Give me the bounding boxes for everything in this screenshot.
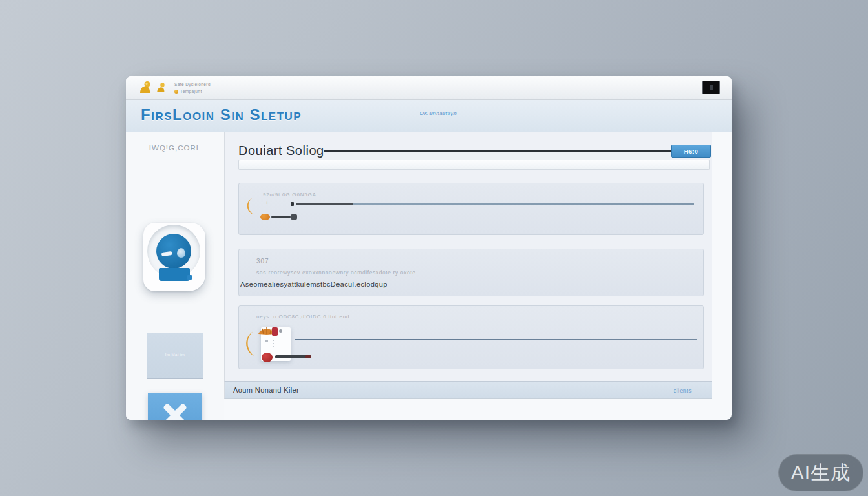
- orange-dot-icon: [174, 90, 178, 94]
- status-text: Aoum Nonand Kiler: [233, 386, 299, 394]
- cross-tile-button[interactable]: [148, 393, 202, 420]
- setup-panel-2: 307 sos-reorewysev exoxxnnnoewnry ocmdif…: [238, 249, 704, 296]
- progress-filled: [296, 203, 353, 205]
- footer-bar: Aoum Nonand Kiler clients: [224, 381, 712, 399]
- tick-mark: [265, 340, 268, 342]
- crescent-icon: [244, 331, 256, 356]
- crescent-icon: [245, 197, 255, 215]
- section-title: Douiart Soliog: [238, 143, 324, 158]
- panel2-overlay-text: AseomealiesyattkulemstbcDeacul.eclodqup: [240, 280, 388, 288]
- thumbnail-label: Im Mai im: [147, 353, 203, 356]
- main-content: Douiart Soliog H6:0 92u/9t:0G:G6N5GA + 3…: [224, 132, 712, 381]
- sidebar: IWQ!G,CORL Im Mai im: [126, 132, 224, 420]
- progress-track: [295, 339, 697, 340]
- gem-icon: [155, 82, 167, 94]
- titlebar-hint-line1: Safe Dyslelonerd: [174, 81, 211, 88]
- clients-link[interactable]: clients: [674, 388, 692, 394]
- header-meta-text: OK unnautuyh: [420, 110, 457, 116]
- gem-icon: [138, 81, 152, 95]
- logo-pip: [187, 275, 192, 280]
- orange-knob-icon[interactable]: [260, 214, 270, 220]
- panel3-caption: ueys: o ODC8C;d'OIDC 6 ltot end: [256, 314, 349, 320]
- setup-panel-1: 92u/9t:0G:G6N5GA +: [238, 183, 704, 235]
- header: FirsLooin Sin Sletup OK unnautuyh: [126, 100, 732, 132]
- title-divider: [324, 150, 672, 152]
- text-input[interactable]: [238, 160, 710, 170]
- preview-thumbnail: Im Mai im: [147, 333, 203, 379]
- page-title: FirsLooin Sin Sletup: [141, 106, 302, 124]
- logo-face-icon: [156, 234, 191, 269]
- panel2-note: sos-reorewysev exoxxnnnoewnry ocmdifesxd…: [256, 269, 416, 276]
- titlebar: Safe Dyslelonerd Tempajunt: [126, 76, 732, 100]
- plus-mark: +: [265, 200, 269, 206]
- smile-icon: [161, 251, 173, 256]
- setup-panel-3: ueys: o ODC8C;d'OIDC 6 ltot end: [238, 305, 704, 369]
- ai-watermark-badge: AI生成: [778, 454, 863, 491]
- panel2-code: 307: [256, 258, 269, 265]
- titlebar-hint: Safe Dyslelonerd Tempajunt: [174, 81, 211, 95]
- red-chip-icon: [272, 327, 278, 336]
- setup-window: Safe Dyslelonerd Tempajunt FirsLooin Sin…: [126, 76, 732, 420]
- tick-marks: [273, 340, 274, 341]
- slider-handle[interactable]: [271, 216, 291, 218]
- display-icon[interactable]: [702, 81, 720, 94]
- brand-label: IWQ!G,CORL: [126, 144, 224, 152]
- x-icon: [160, 400, 191, 420]
- gray-dot-icon: [279, 329, 282, 333]
- slider-handle[interactable]: [275, 355, 311, 358]
- slider-start-dot: [291, 202, 294, 206]
- progress-track: [353, 203, 694, 205]
- help-button[interactable]: H6:0: [671, 145, 711, 158]
- panel1-caption: 92u/9t:0G:G6N5GA: [263, 192, 316, 198]
- app-logo: [143, 223, 205, 291]
- titlebar-hint-line2: Tempajunt: [180, 88, 202, 95]
- red-knob-icon[interactable]: [262, 353, 273, 362]
- logo-base: [159, 268, 190, 281]
- teardrop-icon: [177, 248, 185, 258]
